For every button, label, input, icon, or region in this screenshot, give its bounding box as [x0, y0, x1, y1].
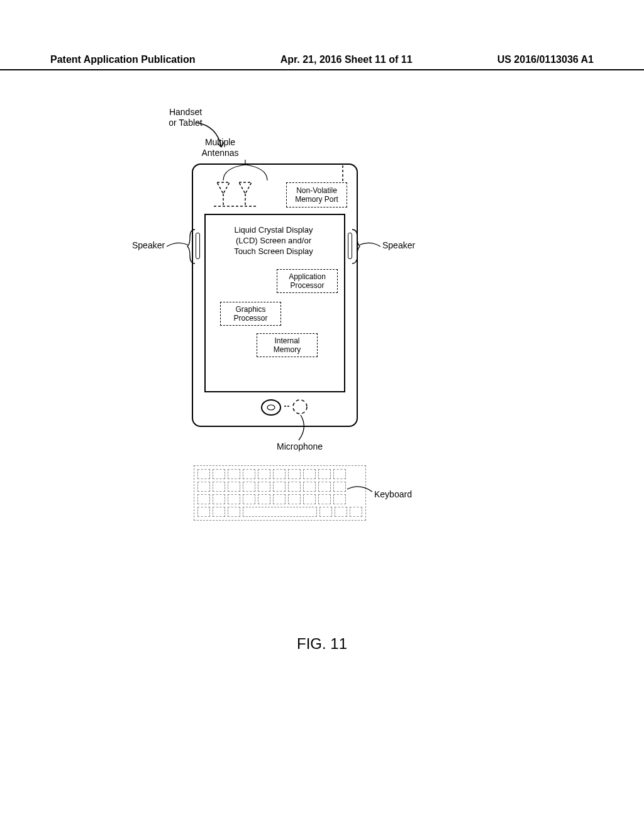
- nvm-port-block: Non-Volatile Memory Port: [286, 182, 347, 208]
- keyboard-row: [197, 507, 362, 517]
- spacebar-key: [243, 507, 317, 517]
- key: [213, 469, 225, 479]
- key: [197, 507, 210, 517]
- home-button-glyph-icon: [262, 401, 280, 414]
- antenna-icon: [214, 176, 283, 211]
- key: [273, 469, 286, 479]
- page-header: Patent Application Publication Apr. 21, …: [0, 54, 644, 70]
- key: [303, 494, 316, 504]
- svg-point-4: [267, 405, 275, 410]
- antennas-label: Multiple Antennas: [195, 137, 245, 158]
- app-processor-block: Application Processor: [277, 269, 338, 293]
- microphone-label: Microphone: [277, 441, 323, 452]
- key: [228, 482, 240, 492]
- svg-point-5: [293, 400, 307, 414]
- key: [213, 507, 225, 517]
- header-left: Patent Application Publication: [50, 54, 196, 65]
- key: [333, 469, 346, 479]
- key: [258, 482, 270, 492]
- keyboard-leader-icon: [347, 483, 375, 499]
- key: [243, 482, 255, 492]
- figure-caption: FIG. 11: [0, 635, 644, 653]
- key: [333, 482, 346, 492]
- key: [273, 482, 286, 492]
- brace-left-icon: [187, 230, 197, 264]
- key: [213, 482, 225, 492]
- key: [288, 469, 301, 479]
- keyboard-row: [197, 469, 362, 479]
- key: [288, 494, 301, 504]
- keyboard: [194, 465, 366, 521]
- key: [318, 469, 331, 479]
- keyboard-row: [197, 494, 362, 504]
- key: [213, 494, 225, 504]
- speaker-right-label: Speaker: [382, 240, 415, 251]
- home-button: [261, 399, 281, 416]
- graphics-processor-block: Graphics Processor: [220, 302, 281, 326]
- key: [197, 482, 210, 492]
- keyboard-label: Keyboard: [374, 489, 412, 500]
- key: [228, 494, 240, 504]
- key: [243, 469, 255, 479]
- key: [333, 494, 346, 504]
- key: [318, 482, 331, 492]
- speaker-right-leader-icon: [358, 239, 384, 252]
- microphone-leader-icon: [296, 415, 321, 443]
- key: [303, 469, 316, 479]
- key: [335, 507, 347, 517]
- key: [258, 469, 270, 479]
- key: [243, 494, 255, 504]
- microphone-icon: [289, 398, 311, 417]
- key: [303, 482, 316, 492]
- nvm-leader-icon: [343, 165, 362, 184]
- mic-leader-small-icon: [284, 404, 292, 409]
- lcd-text: Liquid Crystal Display (LCD) Screen and/…: [208, 225, 340, 257]
- internal-memory-block: Internal Memory: [257, 333, 318, 357]
- header-center: Apr. 21, 2016 Sheet 11 of 11: [280, 54, 413, 65]
- key: [288, 482, 301, 492]
- key: [197, 469, 210, 479]
- key: [350, 507, 362, 517]
- key: [197, 494, 210, 504]
- keyboard-row: [197, 482, 362, 492]
- key: [228, 469, 240, 479]
- key: [273, 494, 286, 504]
- key: [228, 507, 240, 517]
- header-right: US 2016/0113036 A1: [497, 54, 594, 65]
- speaker-left-label: Speaker: [132, 240, 165, 251]
- speaker-right: [348, 233, 352, 259]
- key: [318, 494, 331, 504]
- key: [319, 507, 332, 517]
- key: [258, 494, 270, 504]
